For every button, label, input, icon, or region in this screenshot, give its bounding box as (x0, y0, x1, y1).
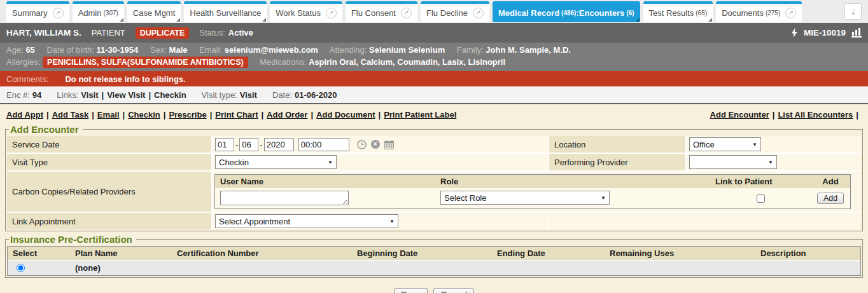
download-icon[interactable]: ↓ (844, 3, 862, 20)
insurance-pre-certification-section: Insurance Pre-Certification Select Plan … (5, 234, 863, 278)
tab-label: Flu Consent (351, 8, 396, 18)
tab-work-status[interactable]: Work Status ↗ (270, 1, 342, 22)
link-appointment-cell: Select Appointment ▼ (213, 213, 548, 229)
external-link-icon[interactable]: ↗ (785, 8, 796, 18)
comments-text: Do not release info to siblings. (65, 74, 185, 84)
save-button[interactable]: Save (394, 288, 428, 293)
tab-flu-decline[interactable]: Flu Decline ↗ (421, 1, 489, 22)
ins-header-plan-name: Plan Name (70, 247, 172, 260)
chevron-down-icon: ▼ (768, 160, 773, 165)
precert-none-radio[interactable] (17, 264, 25, 272)
service-date-label: Service Date (7, 136, 211, 153)
email-link[interactable]: Email (97, 110, 120, 119)
checkin-link[interactable]: Checkin (128, 110, 160, 119)
add-order-link[interactable]: Add Order (267, 110, 307, 119)
tab-count: (275) (766, 10, 780, 17)
attending-value: Selenium Selenium (369, 45, 445, 55)
tab-medical-record-encounters[interactable]: Medical Record (486) :Encounters (6) (493, 1, 640, 22)
print-chart-link[interactable]: Print Chart (215, 110, 258, 119)
cc-header-role: Role (435, 175, 710, 188)
attending-label: Attending: (330, 45, 367, 55)
performing-provider-select[interactable]: ▼ (689, 155, 777, 169)
chart-id: MIE-10019 (804, 28, 846, 37)
carbon-copies-table: User Name Role Link to Patient Add Selec… (214, 174, 851, 209)
ins-row-plan-name-cell: (none) (70, 260, 172, 275)
family-value: John M. Sample, M.D. (486, 45, 571, 55)
separator: | (164, 110, 166, 119)
prescribe-link[interactable]: Prescribe (169, 110, 206, 119)
bar-chart-icon[interactable] (851, 28, 862, 37)
list-all-encounters-link[interactable]: List All Encounters (778, 110, 853, 119)
plan-name-value: (none) (75, 263, 101, 273)
visit-type-form-label: Visit Type (7, 154, 211, 170)
add-appt-link[interactable]: Add Appt (6, 110, 43, 119)
add-document-link[interactable]: Add Document (316, 110, 375, 119)
tab-count: (6) (626, 10, 634, 17)
separator: | (123, 110, 125, 119)
add-encounter-legend: Add Encounter (9, 124, 83, 135)
role-select[interactable]: Select Role ▼ (440, 191, 610, 205)
lightning-icon[interactable] (791, 28, 798, 37)
status-value: Active (228, 28, 253, 37)
carbon-copies-cell: User Name Role Link to Patient Add Selec… (213, 172, 861, 212)
tab-label: Medical Record (498, 8, 559, 18)
sex-label: Sex: (150, 45, 167, 55)
service-date-day-input[interactable] (239, 138, 258, 151)
service-time-input[interactable] (298, 138, 349, 151)
ins-header-remaining-uses: Remaining Uses (605, 247, 755, 260)
comments-bar: Comments: Do not release info to sibling… (0, 71, 868, 86)
medications-value: Aspirin Oral, Calcium, Coumadin, Lasix, … (309, 57, 505, 67)
separator: | (92, 110, 94, 119)
separator: | (102, 90, 104, 100)
link-to-patient-checkbox[interactable] (757, 194, 765, 203)
demographics-row-2: Allergies: PENICILLINS, SULFA(SULFONAMID… (6, 56, 862, 69)
chevron-down-icon: ▼ (601, 195, 606, 201)
separator: | (311, 110, 313, 119)
age-value: 65 (25, 45, 34, 55)
tab-label: Work Status (276, 8, 321, 18)
tab-documents[interactable]: Documents (275) ↗ (716, 1, 802, 22)
tab-summary[interactable]: Summary ↗ (6, 1, 69, 22)
link-visit[interactable]: Visit (81, 90, 98, 100)
demographics-row-1: Age: 65 Date of birth: 11-30-1954 Sex: M… (6, 44, 862, 56)
visit-type-value: Visit (240, 90, 257, 100)
external-link-icon[interactable]: ↗ (326, 8, 337, 18)
chevron-down-icon: ▼ (389, 219, 395, 224)
ins-row-description-cell (755, 260, 860, 275)
tab-case-mgmt[interactable]: Case Mgmt (127, 1, 181, 22)
service-date-year-input[interactable] (264, 138, 294, 151)
clock-icon[interactable] (357, 140, 367, 149)
add-encounter-link[interactable]: Add Encounter (710, 110, 769, 119)
comments-label: Comments: (6, 74, 48, 84)
ins-header-description: Description (755, 247, 860, 260)
tab-label: Test Results (649, 8, 694, 18)
tab-flu-consent[interactable]: Flu Consent ↗ (346, 1, 417, 22)
tab-health-surveillance[interactable]: Health Surveillance (184, 1, 267, 22)
enc-number-label: Enc #: (6, 90, 30, 100)
email-label: Email: (199, 45, 222, 55)
calendar-icon[interactable] (384, 140, 394, 149)
link-appointment-select[interactable]: Select Appointment ▼ (215, 214, 398, 228)
user-name-input[interactable] (220, 191, 349, 205)
location-select[interactable]: Office ▼ (689, 137, 761, 151)
cc-header-user-name: User Name (215, 175, 435, 188)
add-provider-button[interactable]: Add (817, 193, 844, 204)
family-label: Family: (457, 45, 484, 55)
link-view-visit[interactable]: View Visit (107, 90, 145, 100)
cancel-button[interactable]: Cancel (433, 288, 474, 293)
external-link-icon[interactable]: ↗ (53, 8, 64, 18)
tab-admin[interactable]: Admin (307) (73, 1, 124, 22)
clear-date-icon[interactable]: × (371, 140, 380, 149)
external-link-icon[interactable]: ↗ (401, 8, 412, 18)
tab-fold-corner-icon (120, 18, 123, 22)
service-date-month-input[interactable] (215, 138, 234, 151)
print-patient-label-link[interactable]: Print Patient Label (384, 110, 456, 119)
link-checkin[interactable]: Checkin (154, 90, 186, 100)
add-task-link[interactable]: Add Task (52, 110, 89, 119)
external-link-icon[interactable]: ↗ (473, 8, 484, 18)
separator: | (46, 110, 49, 119)
tab-test-results[interactable]: Test Results (65) (643, 1, 713, 22)
visit-type-select[interactable]: Checkin ▼ (215, 155, 337, 169)
medications-label: Medications: (260, 57, 306, 67)
date-label: Date: (272, 90, 292, 100)
